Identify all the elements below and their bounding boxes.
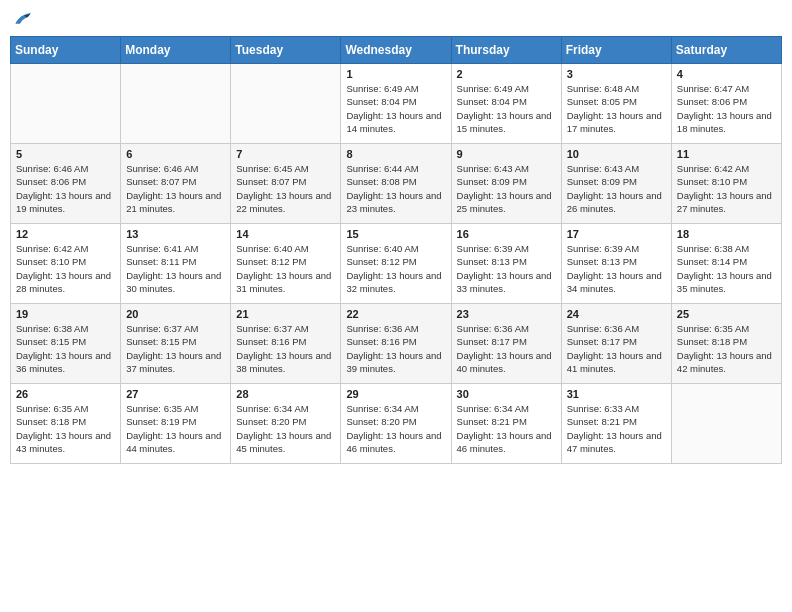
weekday-header-friday: Friday [561,37,671,64]
day-info: Sunrise: 6:42 AM Sunset: 8:10 PM Dayligh… [16,242,115,295]
day-info: Sunrise: 6:41 AM Sunset: 8:11 PM Dayligh… [126,242,225,295]
calendar-cell: 10Sunrise: 6:43 AM Sunset: 8:09 PM Dayli… [561,144,671,224]
weekday-header-row: SundayMondayTuesdayWednesdayThursdayFrid… [11,37,782,64]
day-number: 26 [16,388,115,400]
logo-bird-icon [12,10,32,30]
day-info: Sunrise: 6:48 AM Sunset: 8:05 PM Dayligh… [567,82,666,135]
day-number: 11 [677,148,776,160]
calendar-cell [671,384,781,464]
header [10,10,782,30]
day-number: 8 [346,148,445,160]
day-info: Sunrise: 6:40 AM Sunset: 8:12 PM Dayligh… [236,242,335,295]
calendar-cell: 3Sunrise: 6:48 AM Sunset: 8:05 PM Daylig… [561,64,671,144]
day-number: 12 [16,228,115,240]
day-number: 6 [126,148,225,160]
weekday-header-monday: Monday [121,37,231,64]
day-info: Sunrise: 6:46 AM Sunset: 8:06 PM Dayligh… [16,162,115,215]
calendar-week-row: 5Sunrise: 6:46 AM Sunset: 8:06 PM Daylig… [11,144,782,224]
weekday-header-wednesday: Wednesday [341,37,451,64]
calendar-cell: 25Sunrise: 6:35 AM Sunset: 8:18 PM Dayli… [671,304,781,384]
calendar-cell [121,64,231,144]
day-info: Sunrise: 6:37 AM Sunset: 8:15 PM Dayligh… [126,322,225,375]
calendar-cell: 5Sunrise: 6:46 AM Sunset: 8:06 PM Daylig… [11,144,121,224]
calendar-cell: 23Sunrise: 6:36 AM Sunset: 8:17 PM Dayli… [451,304,561,384]
day-number: 7 [236,148,335,160]
day-number: 23 [457,308,556,320]
calendar-cell: 29Sunrise: 6:34 AM Sunset: 8:20 PM Dayli… [341,384,451,464]
calendar-cell: 12Sunrise: 6:42 AM Sunset: 8:10 PM Dayli… [11,224,121,304]
calendar-cell: 21Sunrise: 6:37 AM Sunset: 8:16 PM Dayli… [231,304,341,384]
day-number: 28 [236,388,335,400]
day-number: 18 [677,228,776,240]
calendar-cell: 2Sunrise: 6:49 AM Sunset: 8:04 PM Daylig… [451,64,561,144]
day-number: 20 [126,308,225,320]
day-info: Sunrise: 6:45 AM Sunset: 8:07 PM Dayligh… [236,162,335,215]
calendar-cell: 31Sunrise: 6:33 AM Sunset: 8:21 PM Dayli… [561,384,671,464]
day-number: 24 [567,308,666,320]
day-info: Sunrise: 6:38 AM Sunset: 8:15 PM Dayligh… [16,322,115,375]
calendar-cell: 22Sunrise: 6:36 AM Sunset: 8:16 PM Dayli… [341,304,451,384]
day-info: Sunrise: 6:37 AM Sunset: 8:16 PM Dayligh… [236,322,335,375]
day-info: Sunrise: 6:34 AM Sunset: 8:20 PM Dayligh… [236,402,335,455]
calendar-cell: 6Sunrise: 6:46 AM Sunset: 8:07 PM Daylig… [121,144,231,224]
day-number: 10 [567,148,666,160]
calendar-cell: 14Sunrise: 6:40 AM Sunset: 8:12 PM Dayli… [231,224,341,304]
day-number: 21 [236,308,335,320]
calendar-cell: 28Sunrise: 6:34 AM Sunset: 8:20 PM Dayli… [231,384,341,464]
calendar-table: SundayMondayTuesdayWednesdayThursdayFrid… [10,36,782,464]
day-number: 15 [346,228,445,240]
day-info: Sunrise: 6:47 AM Sunset: 8:06 PM Dayligh… [677,82,776,135]
calendar-cell: 7Sunrise: 6:45 AM Sunset: 8:07 PM Daylig… [231,144,341,224]
day-number: 5 [16,148,115,160]
day-info: Sunrise: 6:43 AM Sunset: 8:09 PM Dayligh… [457,162,556,215]
calendar-week-row: 26Sunrise: 6:35 AM Sunset: 8:18 PM Dayli… [11,384,782,464]
calendar-cell: 26Sunrise: 6:35 AM Sunset: 8:18 PM Dayli… [11,384,121,464]
day-number: 16 [457,228,556,240]
calendar-cell: 19Sunrise: 6:38 AM Sunset: 8:15 PM Dayli… [11,304,121,384]
day-info: Sunrise: 6:34 AM Sunset: 8:20 PM Dayligh… [346,402,445,455]
calendar-cell [11,64,121,144]
calendar-cell: 30Sunrise: 6:34 AM Sunset: 8:21 PM Dayli… [451,384,561,464]
day-number: 13 [126,228,225,240]
day-number: 17 [567,228,666,240]
day-info: Sunrise: 6:35 AM Sunset: 8:19 PM Dayligh… [126,402,225,455]
weekday-header-sunday: Sunday [11,37,121,64]
calendar-cell: 13Sunrise: 6:41 AM Sunset: 8:11 PM Dayli… [121,224,231,304]
calendar-cell: 11Sunrise: 6:42 AM Sunset: 8:10 PM Dayli… [671,144,781,224]
calendar-cell: 18Sunrise: 6:38 AM Sunset: 8:14 PM Dayli… [671,224,781,304]
day-info: Sunrise: 6:35 AM Sunset: 8:18 PM Dayligh… [16,402,115,455]
calendar-cell [231,64,341,144]
day-info: Sunrise: 6:49 AM Sunset: 8:04 PM Dayligh… [346,82,445,135]
calendar-week-row: 19Sunrise: 6:38 AM Sunset: 8:15 PM Dayli… [11,304,782,384]
day-info: Sunrise: 6:39 AM Sunset: 8:13 PM Dayligh… [567,242,666,295]
calendar-cell: 4Sunrise: 6:47 AM Sunset: 8:06 PM Daylig… [671,64,781,144]
day-info: Sunrise: 6:46 AM Sunset: 8:07 PM Dayligh… [126,162,225,215]
day-info: Sunrise: 6:44 AM Sunset: 8:08 PM Dayligh… [346,162,445,215]
weekday-header-tuesday: Tuesday [231,37,341,64]
day-info: Sunrise: 6:39 AM Sunset: 8:13 PM Dayligh… [457,242,556,295]
calendar-cell: 1Sunrise: 6:49 AM Sunset: 8:04 PM Daylig… [341,64,451,144]
day-number: 29 [346,388,445,400]
weekday-header-saturday: Saturday [671,37,781,64]
calendar-cell: 9Sunrise: 6:43 AM Sunset: 8:09 PM Daylig… [451,144,561,224]
calendar-cell: 8Sunrise: 6:44 AM Sunset: 8:08 PM Daylig… [341,144,451,224]
day-info: Sunrise: 6:49 AM Sunset: 8:04 PM Dayligh… [457,82,556,135]
calendar-cell: 16Sunrise: 6:39 AM Sunset: 8:13 PM Dayli… [451,224,561,304]
weekday-header-thursday: Thursday [451,37,561,64]
day-number: 30 [457,388,556,400]
day-info: Sunrise: 6:42 AM Sunset: 8:10 PM Dayligh… [677,162,776,215]
calendar-week-row: 12Sunrise: 6:42 AM Sunset: 8:10 PM Dayli… [11,224,782,304]
day-info: Sunrise: 6:36 AM Sunset: 8:17 PM Dayligh… [457,322,556,375]
day-number: 1 [346,68,445,80]
calendar-body: 1Sunrise: 6:49 AM Sunset: 8:04 PM Daylig… [11,64,782,464]
day-info: Sunrise: 6:43 AM Sunset: 8:09 PM Dayligh… [567,162,666,215]
day-info: Sunrise: 6:33 AM Sunset: 8:21 PM Dayligh… [567,402,666,455]
logo [10,10,32,30]
day-number: 27 [126,388,225,400]
day-number: 22 [346,308,445,320]
day-info: Sunrise: 6:38 AM Sunset: 8:14 PM Dayligh… [677,242,776,295]
day-number: 3 [567,68,666,80]
day-info: Sunrise: 6:36 AM Sunset: 8:17 PM Dayligh… [567,322,666,375]
day-number: 31 [567,388,666,400]
calendar-cell: 27Sunrise: 6:35 AM Sunset: 8:19 PM Dayli… [121,384,231,464]
